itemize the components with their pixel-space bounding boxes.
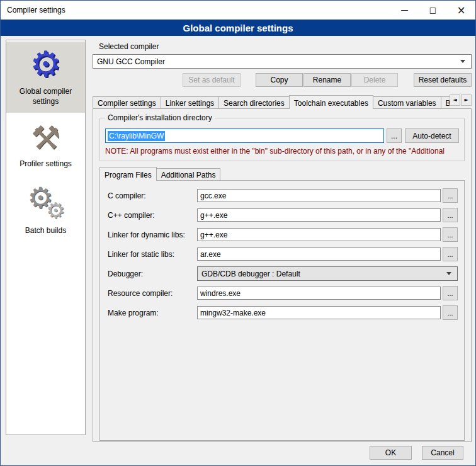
cancel-button[interactable]: Cancel [422,446,463,460]
set-as-default-button[interactable]: Set as default [183,73,241,87]
dynamic-linker-row: Linker for dynamic libs: ... [108,227,458,242]
tab-custom-variables[interactable]: Custom variables [373,96,441,108]
dynamic-linker-input[interactable] [197,228,441,241]
ok-button[interactable]: OK [370,446,412,460]
sidebar-item-label: Batch builds [25,226,66,236]
dialog-banner: Global compiler settings [1,20,475,36]
compiler-tabstrip: Compiler settings Linker settings Search… [93,94,472,108]
resource-compiler-input[interactable] [197,287,441,300]
toolchain-executables-panel: Compiler's installation directory C:\ray… [93,108,472,442]
debugger-row: Debugger: GDB/CDB debugger : Default [108,266,458,281]
tab-scroll-arrows: ◄ ► [450,94,472,106]
c-compiler-input[interactable] [197,189,441,202]
cpp-compiler-input[interactable] [197,208,441,222]
installation-directory-value: C:\raylib\MinGW [108,131,165,141]
field-label: Debugger: [108,270,197,278]
c-compiler-row: C compiler: ... [108,188,458,203]
tab-search-directories[interactable]: Search directories [218,96,290,108]
browse-button[interactable]: ... [443,227,458,242]
field-label: Make program: [108,309,197,317]
debugger-select-value: GDB/CDB debugger : Default [201,270,300,278]
delete-button[interactable]: Delete [351,73,398,87]
settings-sidebar: ⚙ Global compiler settings ⚒ Profiler se… [6,40,86,435]
tab-scroll-right-button[interactable]: ► [461,94,472,106]
installation-directory-input[interactable]: C:\raylib\MinGW [105,128,384,143]
program-files-tabstrip: Program Files Additional Paths [99,167,465,180]
copy-button[interactable]: Copy [256,73,303,87]
maximize-button[interactable]: □ [419,1,447,20]
installation-directory-label: Compiler's installation directory [105,113,215,122]
cpp-compiler-row: C++ compiler: ... [108,208,458,222]
static-linker-input[interactable] [197,247,441,261]
gear-icon: ⚙ [30,47,61,82]
note-text: NOTE: All programs must exist either in … [105,147,459,156]
chevron-down-icon [460,60,465,63]
tab-toolchain-executables[interactable]: Toolchain executables [289,95,373,109]
hammer-icon: ⚒ [31,122,60,154]
close-button[interactable]: × [447,1,475,20]
sidebar-item-profiler-settings[interactable]: ⚒ Profiler settings [6,116,85,176]
auto-detect-button[interactable]: Auto-detect [405,128,459,143]
minimize-button[interactable]: — [390,1,419,20]
tab-scroll-left-button[interactable]: ◄ [450,94,460,106]
resource-compiler-row: Resource compiler: ... [108,286,458,300]
reset-defaults-button[interactable]: Reset defaults [414,73,472,87]
field-label: Linker for dynamic libs: [108,230,197,239]
window-controls: — □ × [390,1,475,20]
selected-compiler-label: Selected compiler [99,42,472,51]
field-label: Linker for static libs: [108,250,197,259]
subtab-program-files[interactable]: Program Files [99,167,157,181]
debugger-select[interactable]: GDB/CDB debugger : Default [197,266,458,281]
field-label: C compiler: [108,191,197,200]
window-title: Compiler settings [1,6,65,14]
dialog-footer: OK Cancel [370,446,463,460]
compiler-select-value: GNU GCC Compiler [97,57,165,66]
installation-directory-row: C:\raylib\MinGW ... Auto-detect [105,128,459,143]
sidebar-item-global-compiler-settings[interactable]: ⚙ Global compiler settings [6,42,85,113]
main-panel: Selected compiler GNU GCC Compiler Set a… [93,38,472,442]
sidebar-item-label: Profiler settings [20,159,72,169]
titlebar[interactable]: Compiler settings — □ × [1,1,475,20]
tab-compiler-settings[interactable]: Compiler settings [93,96,161,108]
browse-button[interactable]: ... [443,305,458,320]
static-linker-row: Linker for static libs: ... [108,247,458,261]
gears-icon: ⚙ ⚙ [26,185,65,221]
browse-directory-button[interactable]: ... [387,128,402,143]
make-program-input[interactable] [197,306,441,319]
chevron-down-icon [446,272,451,275]
make-program-row: Make program: ... [108,305,458,320]
sidebar-item-label: Global compiler settings [9,87,82,106]
browse-button[interactable]: ... [443,208,458,222]
subtab-additional-paths[interactable]: Additional Paths [156,168,221,180]
browse-button[interactable]: ... [443,286,458,300]
tab-build-options-clipped[interactable]: Buil [441,96,450,108]
program-files-panel: C compiler: ... C++ compiler: ... Linker… [99,180,465,441]
sidebar-item-batch-builds[interactable]: ⚙ ⚙ Batch builds [6,179,85,242]
browse-button[interactable]: ... [443,247,458,261]
compiler-actions: Set as default Copy Rename Delete Reset … [93,73,472,87]
installation-directory-group: Compiler's installation directory C:\ray… [99,118,465,161]
field-label: C++ compiler: [108,211,197,220]
tab-linker-settings[interactable]: Linker settings [161,96,219,108]
field-label: Resource compiler: [108,289,197,298]
rename-button[interactable]: Rename [303,73,351,87]
compiler-select[interactable]: GNU GCC Compiler [93,54,472,69]
compiler-settings-window: Compiler settings — □ × Global compiler … [0,0,476,466]
browse-button[interactable]: ... [443,188,458,203]
